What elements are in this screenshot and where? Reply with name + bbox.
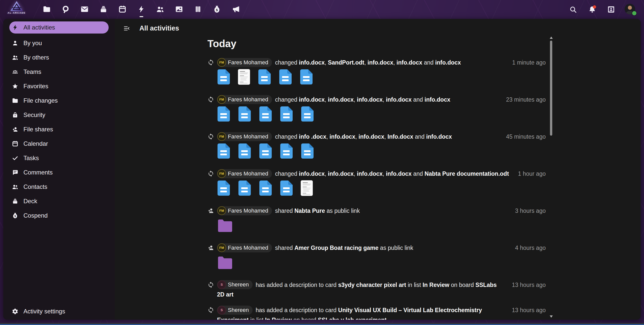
document-file-thumbnail[interactable] (217, 180, 230, 196)
app-button-contacts[interactable] (151, 0, 170, 18)
sidebar-item-teams[interactable]: Teams (3, 65, 115, 79)
sidebar-item-security[interactable]: Security (3, 108, 115, 122)
activity-link[interactable]: info.docx (367, 59, 393, 66)
contacts-menu-button[interactable] (605, 4, 617, 15)
activity-link[interactable]: info.docx (299, 170, 325, 177)
activity-link[interactable]: info.docx (435, 59, 461, 66)
activity-link[interactable]: info.docx (424, 96, 450, 103)
activity-link[interactable]: info.docx (357, 96, 383, 103)
activity-link[interactable]: info.docx (396, 59, 422, 66)
activity-plain-text: and (413, 133, 426, 140)
scrollbar-up-arrow[interactable] (550, 37, 553, 39)
app-button-cospend[interactable]: $ (207, 0, 226, 18)
activity-link[interactable]: s3ydy character pixel art (338, 282, 406, 288)
activity-link[interactable]: info.docx (357, 170, 383, 177)
nextcloud-logo[interactable]: AL-ARCADE (4, 1, 29, 14)
activity-link[interactable]: SandPort.odt (328, 59, 364, 66)
sidebar-item-by-you[interactable]: By you (3, 36, 115, 50)
document-file-thumbnail[interactable] (217, 69, 230, 85)
actor-chip[interactable]: FMFares Mohamed (217, 132, 272, 141)
sidebar-item-file-shares[interactable]: File shares (3, 122, 115, 136)
document-file-thumbnail[interactable] (238, 106, 251, 122)
document-file-thumbnail[interactable] (259, 106, 272, 122)
content-panel: All activitiesBy youBy othersTeamsFavori… (3, 19, 641, 320)
document-file-thumbnail[interactable] (259, 143, 272, 159)
app-button-mail[interactable] (75, 0, 94, 18)
app-button-deck[interactable] (94, 0, 113, 18)
activity-link[interactable]: Info.docx (387, 133, 413, 140)
activity-link[interactable]: info.docx (329, 133, 355, 140)
activity-settings-button[interactable]: Activity settings (3, 304, 115, 318)
sidebar-item-favorites[interactable]: Favorites (3, 79, 115, 93)
app-button-columns-app[interactable] (189, 0, 207, 18)
document-preview-thumbnail[interactable] (301, 180, 313, 196)
people-icon (156, 5, 164, 13)
folder-thumbnail[interactable] (217, 217, 233, 233)
document-file-thumbnail[interactable] (279, 69, 292, 85)
sidebar-item-file-changes[interactable]: File changes (3, 93, 115, 108)
actor-chip[interactable]: FMFares Mohamed (217, 95, 272, 104)
activity-link[interactable]: Amer Group Boat racing game (294, 245, 379, 251)
sidebar-item-tasks[interactable]: Tasks (3, 151, 115, 165)
activity-text: SShereenhas added a description to card … (217, 305, 505, 320)
activity-link[interactable]: Nabta Pure documentation.odt (424, 170, 509, 177)
app-button-calendar[interactable] (113, 0, 132, 18)
document-file-thumbnail[interactable] (280, 143, 293, 159)
notifications-button[interactable] (586, 4, 598, 15)
document-file-thumbnail[interactable] (301, 106, 314, 122)
sidebar-item-comments[interactable]: Comments (3, 165, 115, 180)
activity-plain-text: , (354, 170, 357, 177)
app-button-search-app[interactable] (56, 0, 75, 18)
sidebar-item-contacts[interactable]: Contacts (3, 180, 115, 194)
sidebar-item-calendar[interactable]: Calendar (3, 136, 115, 151)
activity-link[interactable]: info.docx (386, 170, 412, 177)
unified-search-button[interactable] (567, 4, 579, 15)
activity-link[interactable]: info.docx (299, 96, 325, 103)
activity-link[interactable]: In Review (265, 317, 292, 320)
actor-chip[interactable]: SShereen (217, 306, 253, 315)
scrollbar-down-arrow[interactable] (550, 315, 553, 318)
app-button-files[interactable] (37, 0, 56, 18)
document-file-thumbnail[interactable] (217, 106, 230, 122)
document-preview-thumbnail[interactable] (238, 69, 250, 85)
activity-link[interactable]: info.docx (299, 59, 325, 66)
activity-text: FMFares Mohamedchanged info.docx, SandPo… (217, 58, 506, 85)
activity-link[interactable]: info.docx (328, 96, 354, 103)
scrollbar-thumb[interactable] (550, 41, 552, 136)
actor-chip[interactable]: SShereen (217, 280, 253, 289)
actor-chip[interactable]: FMFares Mohamed (217, 243, 272, 252)
activity-link[interactable]: info.docx (426, 133, 452, 140)
sidebar-item-deck[interactable]: Deck (3, 194, 115, 208)
document-file-thumbnail[interactable] (258, 69, 271, 85)
user-avatar-button[interactable] (625, 4, 636, 15)
document-file-thumbnail[interactable] (300, 69, 313, 85)
actor-chip[interactable]: FMFares Mohamed (217, 206, 272, 215)
taskbar-edge (0, 323, 644, 325)
document-file-thumbnail[interactable] (280, 180, 293, 196)
collapse-sidebar-button[interactable] (122, 24, 131, 33)
document-file-thumbnail[interactable] (301, 143, 314, 159)
document-file-thumbnail[interactable] (238, 180, 251, 196)
actor-chip[interactable]: FMFares Mohamed (217, 58, 272, 67)
document-file-thumbnail[interactable] (217, 143, 230, 159)
activity-link[interactable]: Nabta Pure (294, 208, 325, 214)
activity-link[interactable]: SSLabs v lab experiment (318, 317, 386, 320)
sidebar-item-all-activities[interactable]: All activities (9, 21, 109, 34)
activity-link[interactable]: In Review (422, 282, 449, 288)
app-button-announcements[interactable] (226, 0, 245, 18)
activity-link[interactable]: info .docx (299, 133, 326, 140)
app-button-photos[interactable] (170, 0, 189, 18)
document-file-thumbnail[interactable] (280, 106, 293, 122)
activity-link[interactable]: info.docx (358, 133, 384, 140)
activity-link[interactable]: info.docx (386, 96, 412, 103)
sidebar-item-by-others[interactable]: By others (3, 50, 115, 65)
activity-text: FMFares Mohamedchanged info .docx, info.… (217, 132, 500, 159)
app-button-activity[interactable] (132, 0, 151, 18)
activity-link[interactable]: info.docx (328, 170, 354, 177)
sidebar-item-cospend[interactable]: $Cospend (3, 208, 115, 223)
document-file-thumbnail[interactable] (259, 180, 272, 196)
folder-thumbnail[interactable] (217, 254, 233, 270)
actor-chip[interactable]: FMFares Mohamed (217, 169, 272, 178)
activity-filter-list: All activitiesBy youBy othersTeamsFavori… (3, 21, 115, 223)
document-file-thumbnail[interactable] (238, 143, 251, 159)
